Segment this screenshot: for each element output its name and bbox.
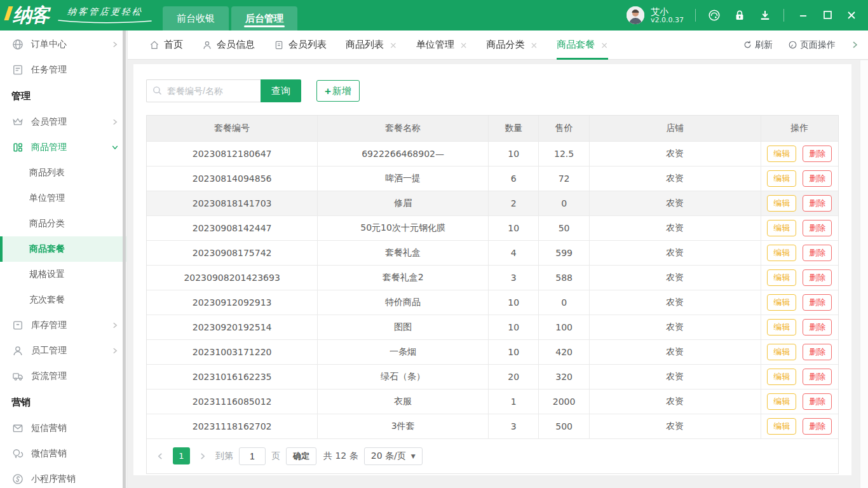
delete-button[interactable]: 删除	[803, 245, 832, 261]
delete-button[interactable]: 删除	[803, 195, 832, 212]
close-icon[interactable]: ×	[460, 40, 468, 50]
user-info[interactable]: 艾小 v2.0.0.37	[651, 6, 684, 25]
edit-button[interactable]: 编辑	[767, 245, 796, 261]
tab-label: 商品套餐	[557, 39, 595, 51]
sidebar-subitem-unit-management[interactable]: 单位管理	[0, 186, 126, 211]
add-button-label: 新增	[332, 85, 351, 97]
delete-button[interactable]: 删除	[803, 418, 832, 435]
next-page-button[interactable]	[196, 448, 210, 464]
tab-member-info[interactable]: 会员信息	[202, 30, 255, 60]
edit-button[interactable]: 编辑	[767, 220, 796, 236]
truck-icon	[11, 370, 24, 383]
page-size-select[interactable]: 20 条/页 ▼	[364, 447, 423, 465]
tab-unit-management[interactable]: 单位管理 ×	[416, 30, 468, 60]
sidebar-item-goods-management[interactable]: 商品管理	[0, 135, 126, 160]
sidebar-item-member-management[interactable]: 会员管理	[0, 109, 126, 135]
tab-label: 会员列表	[288, 39, 327, 51]
close-button[interactable]	[846, 10, 857, 20]
edit-button[interactable]: 编辑	[767, 170, 796, 187]
divider	[783, 9, 784, 22]
delete-button[interactable]: 删除	[803, 344, 832, 360]
lock-icon[interactable]	[733, 8, 747, 22]
minimize-button[interactable]	[798, 10, 808, 20]
sidebar-item-miniprogram-marketing[interactable]: 小程序营销	[0, 466, 126, 488]
topnav-backend-admin[interactable]: 后台管理	[231, 6, 297, 30]
wechat-icon	[11, 447, 24, 460]
edit-button[interactable]: 编辑	[767, 294, 796, 311]
page-actions-button[interactable]: 页面操作	[788, 39, 836, 51]
sidebar-scrollbar[interactable]	[123, 30, 126, 488]
sidebar-item-task-management[interactable]: 任务管理	[0, 57, 126, 83]
cell-store: 农资	[589, 265, 761, 290]
cell-qty: 3	[488, 414, 538, 438]
delete-button[interactable]: 删除	[803, 393, 832, 410]
tab-goods-package[interactable]: 商品套餐 ×	[557, 30, 608, 60]
search-button[interactable]: 查询	[261, 79, 301, 102]
add-button[interactable]: + 新增	[316, 80, 360, 102]
delete-button[interactable]: 删除	[803, 369, 832, 385]
sidebar-item-staff-management[interactable]: 员工管理	[0, 338, 126, 363]
cell-code: 20231016162235	[147, 364, 318, 389]
delete-button[interactable]: 删除	[803, 220, 832, 236]
maximize-button[interactable]	[822, 10, 832, 20]
goto-confirm-button[interactable]: 确定	[286, 447, 316, 465]
edit-button[interactable]: 编辑	[767, 269, 796, 286]
sidebar-item-order-center[interactable]: 订单中心	[0, 32, 126, 57]
sidebar-item-sms-marketing[interactable]: 短信营销	[0, 416, 126, 441]
sidebar-subitem-goods-package[interactable]: 商品套餐	[0, 236, 126, 262]
sidebar-subitem-recharge-package[interactable]: 充次套餐	[0, 287, 126, 313]
sidebar-item-wechat-marketing[interactable]: 微信营销	[0, 441, 126, 466]
delete-button[interactable]: 删除	[803, 170, 832, 187]
sidebar-item-label: 员工管理	[31, 345, 67, 356]
delete-button[interactable]: 删除	[803, 269, 832, 286]
edit-button[interactable]: 编辑	[767, 418, 796, 435]
cell-store: 农资	[589, 315, 761, 339]
support-icon[interactable]	[707, 8, 721, 22]
edit-button[interactable]: 编辑	[767, 369, 796, 385]
tabbar-actions: 刷新 页面操作	[743, 39, 868, 51]
tab-goods-category[interactable]: 商品分类 ×	[486, 30, 538, 60]
close-icon[interactable]: ×	[390, 40, 397, 50]
cell-code: 20230920192514	[147, 315, 318, 339]
edit-button[interactable]: 编辑	[767, 195, 796, 212]
sidebar-item-logistics-management[interactable]: 货流管理	[0, 363, 126, 389]
delete-button[interactable]: 删除	[803, 319, 832, 336]
avatar[interactable]	[627, 6, 644, 24]
sidebar-subitem-goods-list[interactable]: 商品列表	[0, 160, 126, 186]
edit-button[interactable]: 编辑	[767, 319, 796, 336]
refresh-button[interactable]: 刷新	[743, 39, 773, 51]
delete-button[interactable]: 删除	[803, 146, 832, 162]
slogan-text: 纳客管店更轻松	[67, 6, 144, 18]
topnav-front-cashier[interactable]: 前台收银	[163, 6, 229, 30]
sidebar-item-label: 货流管理	[31, 370, 67, 382]
prev-page-button[interactable]	[153, 448, 167, 464]
close-icon[interactable]: ×	[600, 40, 608, 50]
sidebar-item-inventory-management[interactable]: 库存管理	[0, 313, 126, 338]
app-logo: 纳客	[8, 1, 48, 30]
table-row: 20230912092913 特价商品 10 0 农资 编辑删除	[147, 290, 838, 315]
plus-icon: +	[325, 86, 331, 97]
sidebar-subitem-goods-category[interactable]: 商品分类	[0, 211, 126, 236]
cell-store: 农资	[589, 414, 761, 438]
goto-page-input[interactable]	[239, 447, 266, 465]
edit-button[interactable]: 编辑	[767, 344, 796, 360]
table-row: 20230818141703 修眉 2 0 农资 编辑删除	[147, 191, 838, 215]
topbar: 纳客 纳客管店更轻松 前台收银 后台管理 艾小 v2.0.0.37	[0, 0, 868, 30]
close-icon[interactable]: ×	[530, 40, 538, 50]
tab-home[interactable]: 首页	[149, 30, 183, 60]
content-scrollbar[interactable]	[860, 60, 868, 488]
page-number-button[interactable]: 1	[173, 447, 190, 464]
delete-button[interactable]: 删除	[803, 294, 832, 311]
cell-code: 20230814094856	[147, 166, 318, 191]
edit-button[interactable]: 编辑	[767, 146, 796, 162]
search-input[interactable]	[146, 79, 261, 102]
tab-goods-list[interactable]: 商品列表 ×	[346, 30, 397, 60]
sidebar-subitem-spec-settings[interactable]: 规格设置	[0, 262, 126, 287]
edit-button[interactable]: 编辑	[767, 393, 796, 410]
refresh-label: 刷新	[755, 39, 773, 51]
collapse-arrow-icon[interactable]	[851, 41, 859, 49]
download-icon[interactable]	[758, 8, 772, 22]
tab-member-list[interactable]: 会员列表	[274, 30, 327, 60]
cell-code: 20230908175742	[147, 240, 318, 265]
sidebar-item-label: 会员管理	[31, 116, 67, 128]
